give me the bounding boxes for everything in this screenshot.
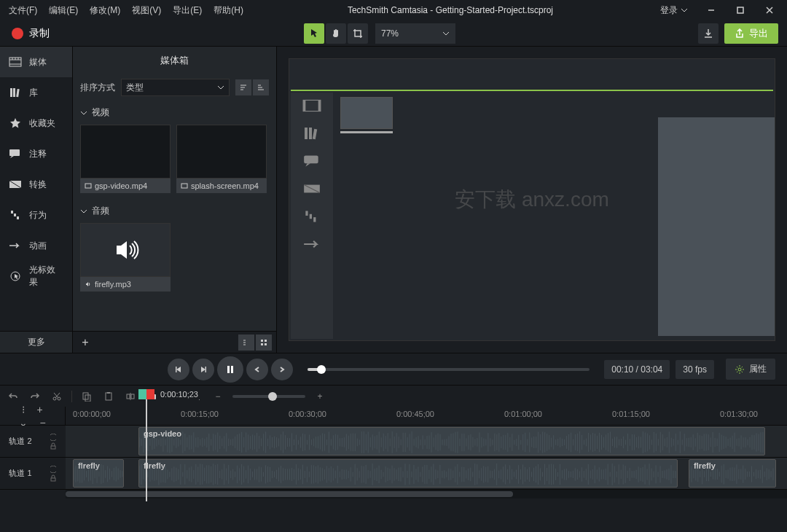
login-button[interactable]: 登录	[651, 4, 697, 17]
side-tool-behavior[interactable]: 行为	[0, 200, 72, 230]
next-frame-button[interactable]	[192, 359, 214, 380]
menu-item[interactable]: 视图(V)	[126, 1, 167, 20]
timeline-clip[interactable]: flrefly	[138, 459, 678, 488]
cursor-icon	[9, 270, 22, 283]
sort-row: 排序方式 类型	[73, 74, 276, 101]
side-tool-books[interactable]: 库	[0, 77, 72, 108]
side-tool-animation[interactable]: 动画	[0, 230, 72, 261]
svg-rect-53	[51, 446, 55, 449]
timeline-clip[interactable]: flrefly	[689, 459, 776, 488]
zoom-in-button[interactable]: +	[313, 389, 327, 404]
side-tool-star[interactable]: 收藏夹	[0, 108, 72, 138]
menu-item[interactable]: 导出(E)	[167, 1, 208, 20]
preview-canvas[interactable]: 安下载 anxz.com	[289, 58, 775, 341]
side-tool-label: 行为	[29, 209, 47, 222]
svg-rect-44	[107, 392, 110, 394]
sort-desc-button[interactable]	[253, 79, 269, 95]
menu-item[interactable]: 修改(M)	[84, 1, 126, 20]
copy-button[interactable]	[79, 389, 94, 404]
video-file-icon	[85, 182, 92, 189]
timeline-tick: 0:00:30;00	[289, 410, 326, 418]
grid-view-button[interactable]	[256, 335, 272, 351]
side-more-button[interactable]: 更多	[0, 331, 72, 353]
download-button[interactable]	[698, 23, 719, 44]
video-file-icon	[181, 182, 188, 189]
paste-button[interactable]	[101, 389, 116, 404]
side-tool-label: 媒体	[29, 56, 47, 69]
svg-rect-10	[16, 89, 20, 97]
track-content[interactable]: gsp-video	[66, 426, 787, 457]
menu-item[interactable]: 文件(F)	[3, 1, 43, 20]
media-item[interactable]: firefly.mp3	[80, 223, 171, 292]
crop-tool[interactable]	[348, 23, 368, 44]
timeline-ruler[interactable]: 0:00:10;23 0:00:00;000:00:15;000:00:30;0…	[66, 407, 787, 425]
split-button[interactable]	[123, 389, 138, 404]
arrow-icon	[302, 237, 321, 251]
timeline-tick: 0:01:30;00	[720, 410, 758, 418]
menu-item[interactable]: 编辑(E)	[43, 1, 84, 20]
speaker-icon	[111, 235, 140, 265]
zoom-out-button[interactable]: −	[211, 389, 225, 404]
undo-button[interactable]	[6, 389, 20, 404]
zoom-select[interactable]: 77%	[375, 23, 455, 44]
media-item-name: gsp-video.mp4	[95, 181, 147, 190]
titlebar: 文件(F)编辑(E)修改(M)视图(V)导出(E)帮助(H) TechSmith…	[0, 0, 787, 20]
timeline-tick: 0:00:00;00	[73, 410, 111, 418]
media-group-header[interactable]: 视频	[80, 106, 269, 119]
timeline: ⁝ + ⌄ − 0:00:10;23 0:00:00;000:00:15;000…	[0, 407, 787, 498]
side-tool-film[interactable]: 媒体	[0, 47, 72, 77]
marker-expand-button[interactable]: ⁝	[22, 404, 25, 415]
track-label: 轨道 1	[0, 458, 41, 489]
list-view-button[interactable]	[238, 335, 254, 351]
playhead[interactable]: 0:00:10;23	[138, 389, 154, 399]
properties-button[interactable]: 属性	[726, 359, 775, 380]
side-tool-transition[interactable]: 转换	[0, 169, 72, 200]
add-track-button[interactable]: +	[36, 404, 42, 415]
close-button[interactable]	[755, 0, 784, 20]
add-media-button[interactable]: +	[77, 335, 93, 351]
timeline-clip[interactable]: gsp-video	[138, 427, 765, 455]
prev-frame-button[interactable]	[168, 359, 189, 380]
export-button[interactable]: 导出	[724, 23, 778, 44]
menu-item[interactable]: 帮助(H)	[208, 1, 249, 20]
svg-rect-25	[318, 100, 321, 111]
play-pause-button[interactable]	[217, 356, 243, 383]
maximize-button[interactable]	[726, 0, 755, 20]
side-tool-label: 转换	[29, 179, 47, 191]
sort-select[interactable]: 类型	[121, 79, 230, 96]
media-item[interactable]: splash-screen.mp4	[176, 125, 267, 193]
lock-icon[interactable]	[50, 442, 57, 450]
track-content[interactable]: flreflyflreflyflrefly	[66, 458, 787, 489]
audio-file-icon	[85, 281, 92, 288]
next-button[interactable]	[271, 359, 293, 380]
svg-rect-20	[265, 340, 267, 342]
svg-rect-29	[304, 155, 318, 163]
books-icon	[9, 86, 22, 99]
track-toggle-icon[interactable]	[49, 466, 58, 473]
svg-rect-36	[227, 366, 230, 373]
record-button[interactable]: 录制	[0, 27, 61, 40]
login-label: 登录	[660, 4, 678, 17]
timeline-clip[interactable]: flrefly	[73, 459, 124, 488]
playback-progress[interactable]	[308, 368, 590, 371]
minimize-button[interactable]	[697, 0, 726, 20]
svg-rect-11	[9, 149, 20, 156]
sort-asc-button[interactable]	[235, 79, 251, 95]
track-toggle-icon[interactable]	[49, 434, 58, 441]
chevron-down-icon	[80, 208, 87, 215]
media-group-header[interactable]: 音频	[80, 205, 269, 217]
media-item[interactable]: gsp-video.mp4	[80, 125, 171, 193]
timeline-track: 轨道 2gsp-video	[0, 426, 787, 458]
lock-icon[interactable]	[50, 474, 57, 482]
prev-button[interactable]	[246, 359, 268, 380]
cut-button[interactable]	[50, 389, 64, 404]
redo-button[interactable]	[28, 389, 42, 404]
side-tool-cursor[interactable]: 光标效果	[0, 261, 72, 292]
timeline-scrollbar[interactable]	[0, 490, 787, 498]
svg-rect-22	[265, 343, 267, 345]
hand-tool[interactable]	[326, 23, 346, 44]
side-tool-annotation[interactable]: 注释	[0, 138, 72, 169]
timeline-zoom-slider[interactable]	[232, 395, 305, 398]
select-tool[interactable]	[304, 23, 324, 44]
svg-rect-17	[85, 184, 91, 188]
